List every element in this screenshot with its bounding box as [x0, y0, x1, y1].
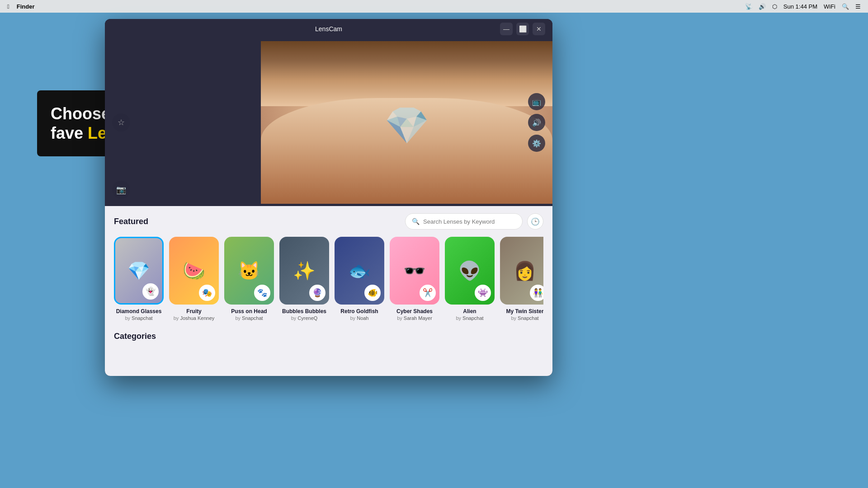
finder-label[interactable]: Finder — [17, 3, 35, 10]
lens-creator: by Joshua Kenney — [174, 315, 215, 321]
maximize-button[interactable]: ⬜ — [516, 23, 529, 35]
close-icon: ✕ — [536, 25, 542, 33]
lens-thumb: 👩👫 — [500, 237, 543, 305]
minimize-icon: — — [503, 25, 509, 33]
creator-avatar: ✂️ — [420, 285, 436, 301]
lens-name: Puss on Head — [231, 308, 267, 315]
maximize-icon: ⬜ — [519, 25, 527, 33]
lens-name: Cyber Shades — [396, 308, 433, 315]
datetime: Sun 1:44 PM — [783, 3, 817, 10]
camera-controls-right: 📺 🔊 ⚙️ — [528, 93, 545, 152]
window-controls: — ⬜ ✕ — [500, 23, 545, 35]
lens-item[interactable]: ✨🔮Bubbles Bubblesby CyreneQ — [279, 237, 329, 321]
lens-thumb: 🐟🐠 — [335, 237, 384, 305]
menubar-left:  Finder — [7, 3, 34, 10]
volume-button[interactable]: 🔊 — [528, 114, 545, 131]
lens-creator: by Snapchat — [125, 315, 152, 321]
lens-name: Retro Goldfish — [340, 308, 378, 315]
lens-item[interactable]: 👽👾Alienby Snapchat — [445, 237, 495, 321]
history-button[interactable]: 🕒 — [527, 213, 543, 230]
lenses-grid: 💎👻Diamond Glassesby Snapchat🍉🎭Fruityby J… — [114, 237, 543, 324]
lens-item[interactable]: 🕶️✂️Cyber Shadesby Sarah Mayer — [390, 237, 439, 321]
lens-thumb: ✨🔮 — [279, 237, 329, 305]
creator-avatar: 👫 — [530, 285, 543, 301]
lens-thumb: 🕶️✂️ — [390, 237, 439, 305]
featured-section: Featured 🔍 🕒 💎👻Diamond Glassesby Snapcha… — [105, 206, 552, 376]
lens-creator: by Noah — [350, 315, 369, 321]
wifi-icon[interactable]: WiFi — [824, 3, 835, 10]
lens-thumb: 🐱🐾 — [224, 237, 274, 305]
creator-avatar: 👻 — [142, 283, 159, 300]
history-icon: 🕒 — [531, 217, 540, 226]
camera-preview: 💎 — [261, 41, 552, 204]
settings-icon: ⚙️ — [532, 139, 541, 148]
lens-creator: by Snapchat — [456, 315, 483, 321]
featured-header: Featured 🔍 🕒 — [114, 213, 543, 230]
lens-name: Diamond Glasses — [116, 308, 162, 315]
creator-avatar: 🔮 — [309, 285, 326, 301]
promo-line2: fave — [51, 124, 88, 142]
apple-menu[interactable]:  — [7, 3, 9, 10]
lens-thumb: 💎👻 — [114, 237, 164, 305]
window-title: LensCam — [315, 25, 342, 33]
search-icon: 🔍 — [412, 218, 420, 225]
ceiling-bg — [261, 41, 552, 106]
lens-name: Bubbles Bubbles — [282, 308, 326, 315]
favorite-button[interactable]: ☆ — [112, 113, 130, 131]
creator-avatar: 👾 — [475, 285, 491, 301]
search-box: 🔍 — [405, 213, 523, 230]
bluetooth-icon[interactable]: ⬡ — [772, 3, 777, 10]
titlebar: LensCam — ⬜ ✕ — [105, 19, 552, 39]
creator-avatar: 🎭 — [199, 285, 215, 301]
search-menubar-icon[interactable]: 🔍 — [842, 3, 849, 10]
airdrop-icon: 📡 — [745, 3, 752, 10]
categories-title: Categories — [114, 332, 543, 341]
camera-area: ☆ 💎 📺 🔊 ⚙️ 📷 — [105, 39, 552, 206]
lens-name: My Twin Sister — [506, 308, 543, 315]
creator-avatar: 🐾 — [254, 285, 270, 301]
search-input[interactable] — [423, 218, 516, 225]
camera-icon: 📷 — [116, 185, 126, 195]
lens-item[interactable]: 🍉🎭Fruityby Joshua Kenney — [169, 237, 219, 321]
menubar-right: 📡 🔊 ⬡ Sun 1:44 PM WiFi 🔍 ☰ — [745, 3, 861, 10]
twitch-button[interactable]: 📺 — [528, 93, 545, 110]
lens-creator: by Snapchat — [235, 315, 263, 321]
minimize-button[interactable]: — — [500, 23, 513, 35]
lens-creator: by Snapchat — [511, 315, 538, 321]
camera-image: 💎 — [261, 41, 552, 204]
search-area: 🔍 🕒 — [405, 213, 543, 230]
control-center-icon[interactable]: ☰ — [855, 3, 861, 10]
close-button[interactable]: ✕ — [533, 23, 545, 35]
lens-item[interactable]: 👩👫My Twin Sisterby Snapchat — [500, 237, 543, 321]
lens-creator: by Sarah Mayer — [397, 315, 432, 321]
settings-button[interactable]: ⚙️ — [528, 135, 545, 152]
volume-menu-icon[interactable]: 🔊 — [759, 3, 766, 10]
glasses-overlay: 💎 — [384, 104, 429, 147]
volume-icon: 🔊 — [532, 118, 541, 127]
lens-item[interactable]: 💎👻Diamond Glassesby Snapchat — [114, 237, 164, 321]
creator-avatar: 🐠 — [364, 285, 381, 301]
featured-title: Featured — [114, 217, 148, 226]
lens-creator: by CyreneQ — [291, 315, 318, 321]
lens-name: Alien — [463, 308, 476, 315]
capture-button[interactable]: 📷 — [112, 181, 130, 199]
lens-item[interactable]: 🐟🐠Retro Goldfishby Noah — [335, 237, 384, 321]
app-window: LensCam — ⬜ ✕ ☆ 💎 — [105, 19, 552, 376]
lens-name: Fruity — [186, 308, 201, 315]
lens-item[interactable]: 🐱🐾Puss on Headby Snapchat — [224, 237, 274, 321]
twitch-icon: 📺 — [532, 98, 541, 106]
lens-thumb: 👽👾 — [445, 237, 495, 305]
lens-thumb: 🍉🎭 — [169, 237, 219, 305]
star-icon: ☆ — [118, 117, 125, 127]
menubar:  Finder 📡 🔊 ⬡ Sun 1:44 PM WiFi 🔍 ☰ — [0, 0, 868, 13]
